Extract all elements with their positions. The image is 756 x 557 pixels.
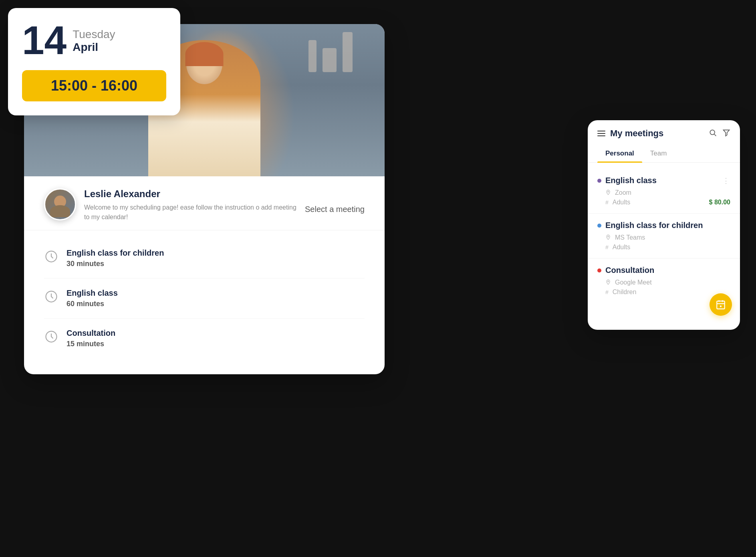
panel-meeting-consultation-details: Google Meet # Children bbox=[597, 279, 730, 296]
meeting-list: English class for children 30 minutes En… bbox=[24, 230, 385, 374]
meetings-panel: My meetings Personal Team bbox=[588, 120, 740, 330]
svg-marker-5 bbox=[724, 130, 730, 136]
detail-row-msteams: MS Teams bbox=[605, 234, 730, 241]
hamburger-line-3 bbox=[597, 135, 605, 136]
panel-header-right bbox=[709, 129, 730, 139]
svg-rect-9 bbox=[717, 301, 725, 309]
profile-name: Leslie Alexander bbox=[84, 188, 297, 200]
profile-section: Leslie Alexander Welcome to my schedulin… bbox=[24, 176, 385, 230]
meeting-info-3: Consultation 15 minutes bbox=[67, 329, 115, 348]
panel-meeting-consultation-title-row: Consultation bbox=[597, 266, 654, 275]
hash-icon-adults: # bbox=[605, 199, 609, 206]
meeting-title-3: Consultation bbox=[67, 329, 115, 338]
meeting-duration-2: 60 minutes bbox=[67, 300, 118, 308]
location-icon-zoom bbox=[605, 190, 611, 196]
time-range: 15:00 - 16:00 bbox=[51, 77, 137, 94]
panel-meeting-english-class: English class ⋮ Zoom # Adults bbox=[588, 169, 740, 214]
three-dots-menu-english-class[interactable]: ⋮ bbox=[722, 176, 730, 185]
panel-meeting-english-class-header: English class ⋮ bbox=[597, 176, 730, 185]
kitchen-item-2 bbox=[323, 48, 337, 72]
panel-meeting-english-children-details: MS Teams # Adults bbox=[597, 234, 730, 251]
hamburger-icon[interactable] bbox=[597, 131, 605, 136]
hamburger-line-1 bbox=[597, 131, 605, 131]
date-badge: 14 Tuesday April 15:00 - 16:00 bbox=[8, 8, 180, 115]
kitchen-item-3 bbox=[343, 32, 353, 72]
filter-icon[interactable] bbox=[722, 129, 730, 139]
detail-row-adults-2: # Adults bbox=[605, 244, 730, 251]
price-english-class: $ 80.00 bbox=[709, 199, 730, 206]
date-month: April bbox=[73, 41, 115, 54]
panel-meeting-english-class-details: Zoom # Adults $ 80.00 bbox=[597, 189, 730, 206]
hash-icon-children: # bbox=[605, 289, 609, 295]
panel-meetings: English class ⋮ Zoom # Adults bbox=[588, 163, 740, 330]
panel-meeting-consultation-name: Consultation bbox=[605, 266, 654, 275]
tab-team[interactable]: Team bbox=[642, 145, 675, 162]
detail-row-children: # Children bbox=[605, 289, 730, 296]
panel-meeting-english-children: English class for children MS Teams # Ad… bbox=[588, 214, 740, 258]
panel-meeting-english-children-name: English class for children bbox=[605, 221, 703, 230]
select-meeting-button[interactable]: Select a meeting bbox=[305, 205, 365, 214]
meeting-item-3[interactable]: Consultation 15 minutes bbox=[44, 319, 365, 358]
panel-header-left: My meetings bbox=[597, 128, 663, 139]
profile-description: Welcome to my scheduling page! ease foll… bbox=[84, 203, 297, 222]
svg-point-3 bbox=[710, 130, 715, 135]
clock-icon-2 bbox=[44, 289, 58, 304]
tab-personal[interactable]: Personal bbox=[597, 145, 642, 162]
add-meeting-fab-button[interactable] bbox=[710, 293, 732, 316]
audience-label-children: Children bbox=[613, 289, 637, 296]
meeting-title-1: English class for children bbox=[67, 248, 164, 258]
meeting-duration-1: 30 minutes bbox=[67, 260, 164, 268]
meeting-title-2: English class bbox=[67, 289, 118, 298]
panel-meeting-english-class-title-row: English class bbox=[597, 176, 657, 185]
panel-meeting-consultation: Consultation Google Meet # Children bbox=[588, 258, 740, 324]
clock-icon-3 bbox=[44, 329, 58, 344]
detail-row-adults: # Adults $ 80.00 bbox=[605, 199, 730, 206]
hamburger-line-2 bbox=[597, 133, 605, 134]
status-dot-english-children bbox=[597, 224, 601, 228]
svg-line-4 bbox=[714, 134, 716, 136]
detail-row-zoom: Zoom bbox=[605, 189, 730, 196]
panel-title: My meetings bbox=[610, 128, 663, 139]
hero-kitchen-decor bbox=[308, 32, 353, 72]
profile-info: Leslie Alexander Welcome to my schedulin… bbox=[84, 188, 297, 222]
meeting-duration-3: 15 minutes bbox=[67, 340, 115, 348]
detail-row-googlemeet: Google Meet bbox=[605, 279, 730, 286]
time-badge: 15:00 - 16:00 bbox=[22, 70, 166, 101]
hash-icon-adults-2: # bbox=[605, 244, 609, 250]
audience-label-adults-2: Adults bbox=[613, 244, 630, 251]
tabs: Personal Team bbox=[588, 145, 740, 163]
location-icon-googlemeet bbox=[605, 279, 611, 286]
platform-label-zoom: Zoom bbox=[615, 189, 631, 196]
platform-label-googlemeet: Google Meet bbox=[615, 279, 652, 286]
meeting-item-2[interactable]: English class 60 minutes bbox=[44, 278, 365, 319]
date-number: 14 bbox=[22, 20, 67, 60]
status-dot-english-class bbox=[597, 179, 601, 183]
svg-point-6 bbox=[608, 191, 609, 192]
location-icon-msteams bbox=[605, 234, 611, 241]
svg-point-8 bbox=[608, 281, 609, 282]
meeting-info-2: English class 60 minutes bbox=[67, 289, 118, 308]
kitchen-item-1 bbox=[308, 40, 317, 72]
status-dot-consultation bbox=[597, 268, 601, 272]
platform-label-msteams: MS Teams bbox=[615, 234, 645, 241]
audience-label-adults: Adults bbox=[613, 199, 630, 206]
meeting-info-1: English class for children 30 minutes bbox=[67, 248, 164, 268]
search-icon[interactable] bbox=[709, 129, 717, 139]
meeting-item-1[interactable]: English class for children 30 minutes bbox=[44, 238, 365, 278]
panel-meeting-english-children-title-row: English class for children bbox=[597, 221, 703, 230]
avatar bbox=[44, 188, 76, 220]
panel-meeting-consultation-header: Consultation bbox=[597, 266, 730, 275]
panel-meeting-english-children-header: English class for children bbox=[597, 221, 730, 230]
panel-header: My meetings bbox=[588, 120, 740, 139]
svg-point-7 bbox=[608, 236, 609, 237]
panel-meeting-english-class-name: English class bbox=[605, 176, 657, 185]
clock-icon-1 bbox=[44, 249, 58, 264]
date-day-name: Tuesday bbox=[73, 28, 115, 41]
